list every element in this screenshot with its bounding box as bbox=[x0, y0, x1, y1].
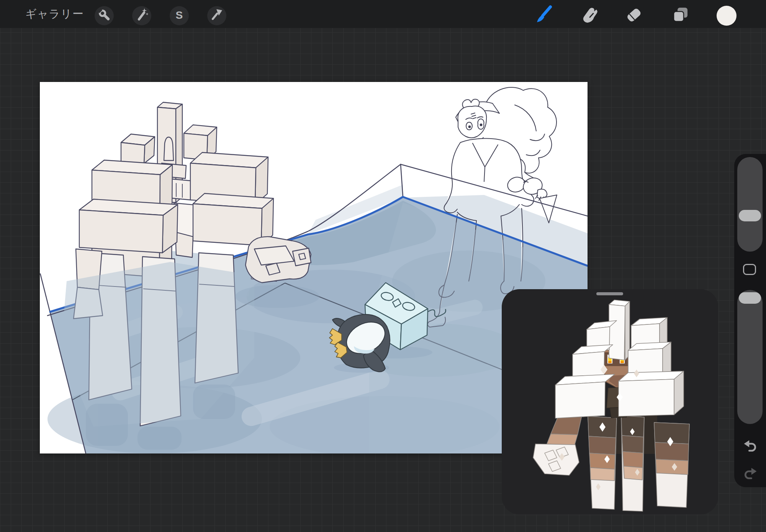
erase-tool-button[interactable] bbox=[624, 5, 644, 26]
actions-button[interactable] bbox=[95, 6, 114, 25]
color-swatch-circle[interactable] bbox=[717, 6, 737, 26]
opacity-slider[interactable] bbox=[737, 290, 763, 424]
redo-arrow-icon bbox=[742, 466, 758, 482]
gallery-button[interactable]: ギャラリー bbox=[25, 0, 84, 28]
top-toolbar: ギャラリー S bbox=[0, 0, 766, 28]
ref-golem-arm bbox=[533, 414, 582, 475]
undo-arrow-icon bbox=[742, 439, 758, 455]
adjustments-button[interactable] bbox=[132, 6, 151, 25]
smudge-tool-button[interactable] bbox=[579, 5, 600, 26]
brush-size-handle[interactable] bbox=[739, 210, 761, 221]
reference-image bbox=[502, 289, 718, 514]
magic-wand-icon bbox=[133, 7, 150, 25]
undo-button[interactable] bbox=[742, 439, 758, 454]
layers-icon bbox=[670, 5, 691, 27]
brush-size-slider[interactable] bbox=[737, 157, 763, 252]
layers-button[interactable] bbox=[670, 5, 691, 26]
wrench-icon bbox=[96, 7, 113, 25]
reference-companion-panel[interactable] bbox=[502, 289, 718, 514]
paint-tool-button[interactable] bbox=[534, 5, 554, 26]
selection-button[interactable]: S bbox=[170, 6, 189, 25]
sidebar-controls bbox=[734, 154, 766, 487]
smudge-finger-icon bbox=[579, 5, 600, 27]
move-arrow-icon bbox=[208, 7, 225, 25]
brush-icon bbox=[534, 5, 554, 27]
svg-text:S: S bbox=[176, 9, 183, 21]
floating-hand-sketch bbox=[235, 237, 319, 308]
transform-button[interactable] bbox=[207, 6, 226, 25]
s-icon: S bbox=[171, 7, 188, 25]
modify-button[interactable] bbox=[743, 264, 756, 275]
drag-handle[interactable] bbox=[596, 292, 623, 295]
redo-button[interactable] bbox=[742, 467, 758, 481]
opacity-handle[interactable] bbox=[739, 292, 761, 304]
eraser-icon bbox=[624, 5, 644, 27]
